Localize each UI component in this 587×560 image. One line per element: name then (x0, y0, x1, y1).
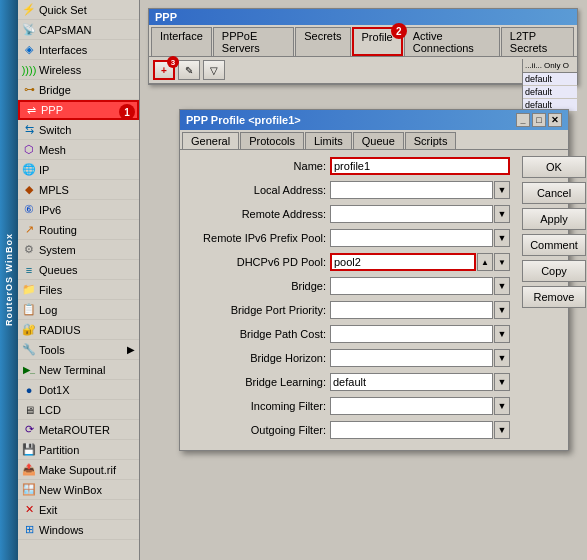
tab-interface[interactable]: Interface (151, 27, 212, 56)
sidebar-item-mpls[interactable]: ◆ MPLS (18, 180, 139, 200)
system-icon: ⚙ (22, 243, 36, 257)
apply-button[interactable]: Apply (522, 208, 586, 230)
ok-button[interactable]: OK (522, 156, 586, 178)
bridge-path-cost-label: Bridge Path Cost: (186, 328, 326, 340)
bridge-input[interactable] (330, 277, 493, 295)
sidebar-item-lcd[interactable]: 🖥 LCD (18, 400, 139, 420)
sidebar-item-log[interactable]: 📋 Log (18, 300, 139, 320)
sidebar-item-routing[interactable]: ↗ Routing (18, 220, 139, 240)
bridge-port-priority-dropdown[interactable]: ▼ (494, 301, 510, 319)
remote-address-dropdown[interactable]: ▼ (494, 205, 510, 223)
routing-icon: ↗ (22, 223, 36, 237)
windows-icon: ⊞ (22, 523, 36, 537)
incoming-filter-dropdown[interactable]: ▼ (494, 397, 510, 415)
profile-tab-badge: 2 (391, 23, 407, 39)
remote-ipv6-dropdown[interactable]: ▼ (494, 229, 510, 247)
tab-active-connections[interactable]: Active Connections (404, 27, 500, 56)
log-icon: 📋 (22, 303, 36, 317)
sidebar-item-capsman[interactable]: 📡 CAPsMAN (18, 20, 139, 40)
sidebar-item-ipv6[interactable]: ⑥ IPv6 (18, 200, 139, 220)
outgoing-filter-select-row: ▼ (330, 421, 510, 439)
sidebar-item-new-winbox[interactable]: 🪟 New WinBox (18, 480, 139, 500)
form-row-bridge-port-priority: Bridge Port Priority: ▼ (186, 300, 510, 320)
dhcpv6-dropdown-arrow-down[interactable]: ▼ (494, 253, 510, 271)
incoming-filter-input[interactable] (330, 397, 493, 415)
filter-button[interactable]: ▽ (203, 60, 225, 80)
tab-secrets[interactable]: Secrets (295, 27, 350, 56)
sidebar-item-switch[interactable]: ⇆ Switch (18, 120, 139, 140)
form-row-dhcpv6: DHCPv6 PD Pool: ▲ ▼ (186, 252, 510, 272)
dialog-minimize-button[interactable]: _ (516, 113, 530, 127)
outgoing-filter-input[interactable] (330, 421, 493, 439)
dialog-tab-protocols[interactable]: Protocols (240, 132, 304, 149)
bridge-path-cost-input[interactable] (330, 325, 493, 343)
tab-profiles[interactable]: Profile 2 (352, 27, 403, 56)
outgoing-filter-dropdown[interactable]: ▼ (494, 421, 510, 439)
bridge-dropdown[interactable]: ▼ (494, 277, 510, 295)
remote-address-input[interactable] (330, 205, 493, 223)
name-input[interactable] (330, 157, 510, 175)
dhcpv6-dropdown-arrow-up[interactable]: ▲ (477, 253, 493, 271)
sidebar-item-wireless[interactable]: )))) Wireless (18, 60, 139, 80)
dialog-buttons: OK Cancel Apply Comment Copy Remove (516, 150, 586, 450)
bridge-port-priority-input[interactable] (330, 301, 493, 319)
sidebar-item-ppp[interactable]: ⇌ PPP 1 (18, 100, 139, 120)
copy-button[interactable]: Copy (522, 260, 586, 282)
sidebar-item-make-supout[interactable]: 📤 Make Supout.rif (18, 460, 139, 480)
local-address-input[interactable] (330, 181, 493, 199)
only-item-1: default (523, 73, 577, 86)
sidebar-item-exit[interactable]: ✕ Exit (18, 500, 139, 520)
sidebar-item-new-terminal[interactable]: ▶_ New Terminal (18, 360, 139, 380)
dialog-titlebar-buttons: _ □ ✕ (516, 113, 562, 127)
comment-button[interactable]: Comment (522, 234, 586, 256)
dialog-tab-limits[interactable]: Limits (305, 132, 352, 149)
sidebar-item-windows[interactable]: ⊞ Windows (18, 520, 139, 540)
sidebar-item-queues[interactable]: ≡ Queues (18, 260, 139, 280)
sidebar-item-ip[interactable]: 🌐 IP (18, 160, 139, 180)
cancel-button[interactable]: Cancel (522, 182, 586, 204)
bridge-horizon-dropdown[interactable]: ▼ (494, 349, 510, 367)
local-address-dropdown[interactable]: ▼ (494, 181, 510, 199)
sidebar-item-bridge[interactable]: ⊶ Bridge (18, 80, 139, 100)
sidebar-item-files[interactable]: 📁 Files (18, 280, 139, 300)
remote-ipv6-input[interactable] (330, 229, 493, 247)
bridge-horizon-input[interactable] (330, 349, 493, 367)
sidebar-item-quick-set[interactable]: ⚡ Quick Set (18, 0, 139, 20)
dialog-close-button[interactable]: ✕ (548, 113, 562, 127)
dhcpv6-input[interactable] (330, 253, 476, 271)
sidebar-item-interfaces[interactable]: ◈ Interfaces (18, 40, 139, 60)
sidebar-item-metarouter[interactable]: ⟳ MetaROUTER (18, 420, 139, 440)
sidebar-item-system[interactable]: ⚙ System (18, 240, 139, 260)
sidebar-item-radius[interactable]: 🔐 RADIUS (18, 320, 139, 340)
bridge-learning-input[interactable] (330, 373, 493, 391)
files-icon: 📁 (22, 283, 36, 297)
sidebar-item-mesh[interactable]: ⬡ Mesh (18, 140, 139, 160)
dialog-maximize-button[interactable]: □ (532, 113, 546, 127)
remove-button[interactable]: Remove (522, 286, 586, 308)
incoming-filter-label: Incoming Filter: (186, 400, 326, 412)
local-address-select-row: ▼ (330, 181, 510, 199)
tab-l2tp-secrets[interactable]: L2TP Secrets (501, 27, 574, 56)
outgoing-filter-label: Outgoing Filter: (186, 424, 326, 436)
form-row-bridge: Bridge: ▼ (186, 276, 510, 296)
bridge-path-cost-dropdown[interactable]: ▼ (494, 325, 510, 343)
exit-icon: ✕ (22, 503, 36, 517)
sidebar-item-tools[interactable]: 🔧 Tools ▶ (18, 340, 139, 360)
dialog-tab-general[interactable]: General (182, 132, 239, 149)
tab-pppoe-servers[interactable]: PPPoE Servers (213, 27, 294, 56)
bridge-learning-dropdown[interactable]: ▼ (494, 373, 510, 391)
interfaces-icon: ◈ (22, 43, 36, 57)
dialog-tab-queue[interactable]: Queue (353, 132, 404, 149)
dhcpv6-label: DHCPv6 PD Pool: (186, 256, 326, 268)
sidebar-item-dot1x[interactable]: ● Dot1X (18, 380, 139, 400)
dialog-tab-scripts[interactable]: Scripts (405, 132, 457, 149)
edit-button[interactable]: ✎ (178, 60, 200, 80)
sidebar-item-partition[interactable]: 💾 Partition (18, 440, 139, 460)
form-row-outgoing-filter: Outgoing Filter: ▼ (186, 420, 510, 440)
only-item-2: default (523, 86, 577, 99)
only-panel: ...ii... Only O default default default (522, 59, 577, 111)
bridge-port-priority-select-row: ▼ (330, 301, 510, 319)
form-row-bridge-path-cost: Bridge Path Cost: ▼ (186, 324, 510, 344)
form-row-incoming-filter: Incoming Filter: ▼ (186, 396, 510, 416)
add-button[interactable]: + 3 (153, 60, 175, 80)
